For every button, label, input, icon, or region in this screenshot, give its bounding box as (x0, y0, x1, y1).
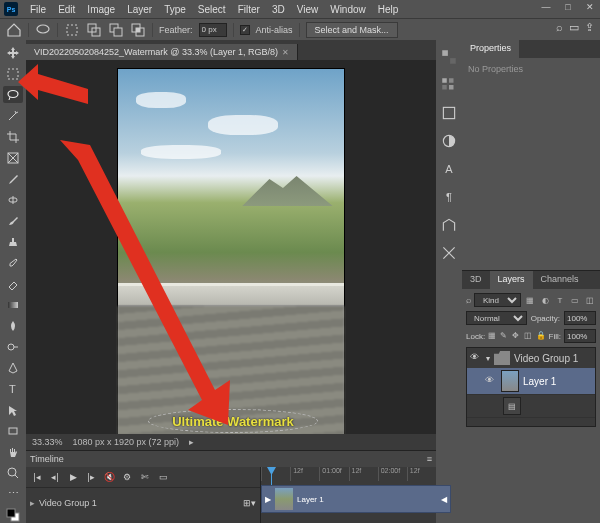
filter-shape-icon[interactable]: ▭ (569, 294, 581, 306)
paragraph-panel-icon[interactable]: ¶ (440, 188, 458, 206)
layer-filter-search-icon[interactable]: ⌕ (466, 295, 471, 305)
timeline-clip-layer1[interactable]: ▶ Layer 1 ◀ (261, 485, 451, 513)
screen-mode-icon[interactable]: ▭ (569, 21, 579, 34)
feather-input[interactable] (199, 23, 227, 37)
menu-view[interactable]: View (291, 2, 325, 17)
opacity-input[interactable] (564, 311, 596, 325)
character-panel-icon[interactable]: A (440, 160, 458, 178)
timeline-menu-icon[interactable]: ≡ (427, 454, 432, 464)
libraries-panel-icon[interactable] (440, 104, 458, 122)
edit-toolbar-icon[interactable]: ⋯ (3, 485, 23, 502)
menu-help[interactable]: Help (372, 2, 405, 17)
layer-item-layer1[interactable]: 👁 Layer 1 (467, 368, 595, 395)
eyedropper-tool[interactable] (3, 170, 23, 187)
3d-tab[interactable]: 3D (462, 271, 490, 289)
filter-pixel-icon[interactable]: ▦ (524, 294, 536, 306)
select-and-mask-button[interactable]: Select and Mask... (306, 22, 398, 38)
menu-image[interactable]: Image (81, 2, 121, 17)
layer-filter-kind-select[interactable]: Kind (474, 293, 521, 307)
zoom-tool[interactable] (3, 464, 23, 481)
lasso-tool[interactable] (3, 86, 23, 103)
active-tool-lasso-icon[interactable] (35, 22, 51, 38)
selection-add-icon[interactable] (86, 22, 102, 38)
gradient-tool[interactable] (3, 296, 23, 313)
channels-tab[interactable]: Channels (533, 271, 587, 289)
dodge-tool[interactable] (3, 338, 23, 355)
timeline-track-video-group[interactable]: ▸ Video Group 1 ⊞▾ (26, 487, 260, 517)
swatches-panel-icon[interactable] (440, 76, 458, 94)
adjustments-panel-icon[interactable] (440, 132, 458, 150)
tab-close-icon[interactable]: ✕ (282, 48, 289, 57)
track-collapse-icon[interactable]: ▸ (30, 498, 35, 508)
hand-tool[interactable] (3, 443, 23, 460)
clip-start-handle-icon[interactable]: ▶ (265, 495, 271, 504)
timeline-prev-frame-icon[interactable]: ◂| (48, 470, 62, 484)
blend-mode-select[interactable]: Normal (466, 311, 527, 325)
selection-intersect-icon[interactable] (130, 22, 146, 38)
share-icon[interactable]: ⇪ (585, 21, 594, 34)
path-selection-tool[interactable] (3, 401, 23, 418)
window-maximize-icon[interactable]: □ (562, 2, 574, 14)
antialias-checkbox[interactable]: ✓ (240, 25, 250, 35)
pen-tool[interactable] (3, 359, 23, 376)
filter-smart-icon[interactable]: ◫ (584, 294, 596, 306)
timeline-tracks-area[interactable]: 12f 01:00f 12f 02:00f 12f ▶ Layer 1 ◀ (261, 467, 436, 523)
clone-stamp-tool[interactable] (3, 233, 23, 250)
brush-tool[interactable] (3, 212, 23, 229)
menu-type[interactable]: Type (158, 2, 192, 17)
window-minimize-icon[interactable]: — (540, 2, 552, 14)
menu-file[interactable]: File (24, 2, 52, 17)
window-close-icon[interactable]: ✕ (584, 2, 596, 14)
crop-tool[interactable] (3, 128, 23, 145)
filter-type-icon[interactable]: T (554, 294, 566, 306)
menu-window[interactable]: Window (324, 2, 372, 17)
healing-brush-tool[interactable] (3, 191, 23, 208)
menu-filter[interactable]: Filter (232, 2, 266, 17)
brushes-panel-icon[interactable] (440, 244, 458, 262)
timeline-transition-icon[interactable]: ▭ (156, 470, 170, 484)
status-arrow-icon[interactable]: ▸ (189, 437, 194, 447)
eraser-tool[interactable] (3, 275, 23, 292)
lock-position-icon[interactable]: ✥ (512, 331, 521, 342)
search-icon[interactable]: ⌕ (556, 21, 563, 34)
timeline-mute-icon[interactable]: 🔇 (102, 470, 116, 484)
menu-select[interactable]: Select (192, 2, 232, 17)
menu-layer[interactable]: Layer (121, 2, 158, 17)
document-canvas[interactable]: Ultimate Watermark (117, 68, 345, 434)
filter-adjust-icon[interactable]: ◐ (539, 294, 551, 306)
zoom-level[interactable]: 33.33% (32, 437, 63, 447)
home-icon[interactable] (6, 22, 22, 38)
layers-tab[interactable]: Layers (490, 271, 533, 289)
visibility-toggle-icon[interactable]: 👁 (470, 352, 482, 364)
lock-transparency-icon[interactable]: ▦ (488, 331, 497, 342)
color-panel-icon[interactable] (440, 48, 458, 66)
menu-edit[interactable]: Edit (52, 2, 81, 17)
lock-image-icon[interactable]: ✎ (500, 331, 509, 342)
layer-group-video[interactable]: 👁 ▾ Video Group 1 (467, 348, 595, 368)
fill-input[interactable] (564, 329, 596, 343)
type-tool[interactable]: T (3, 380, 23, 397)
marquee-tool[interactable] (3, 65, 23, 82)
selection-subtract-icon[interactable] (108, 22, 124, 38)
magic-wand-tool[interactable] (3, 107, 23, 124)
foreground-background-colors[interactable] (3, 506, 23, 523)
move-tool[interactable] (3, 44, 23, 61)
clip-end-handle-icon[interactable]: ◀ (441, 495, 447, 504)
blur-tool[interactable] (3, 317, 23, 334)
document-tab[interactable]: VID20220502084252_Watermark @ 33.3% (Lay… (26, 44, 298, 60)
history-brush-tool[interactable] (3, 254, 23, 271)
canvas-area[interactable]: Ultimate Watermark (26, 60, 436, 434)
timeline-settings-icon[interactable]: ⚙ (120, 470, 134, 484)
timeline-first-frame-icon[interactable]: |◂ (30, 470, 44, 484)
frame-tool[interactable] (3, 149, 23, 166)
timeline-next-frame-icon[interactable]: |▸ (84, 470, 98, 484)
rectangle-tool[interactable] (3, 422, 23, 439)
menu-3d[interactable]: 3D (266, 2, 291, 17)
group-collapse-icon[interactable]: ▾ (486, 354, 490, 363)
track-add-media-icon[interactable]: ⊞▾ (242, 496, 256, 510)
lock-all-icon[interactable]: 🔒 (536, 331, 546, 342)
timeline-split-icon[interactable]: ✄ (138, 470, 152, 484)
visibility-toggle-icon[interactable]: 👁 (485, 375, 497, 387)
layer-item-video-thumb[interactable]: ▤ (467, 395, 595, 418)
timeline-play-icon[interactable]: ▶ (66, 470, 80, 484)
